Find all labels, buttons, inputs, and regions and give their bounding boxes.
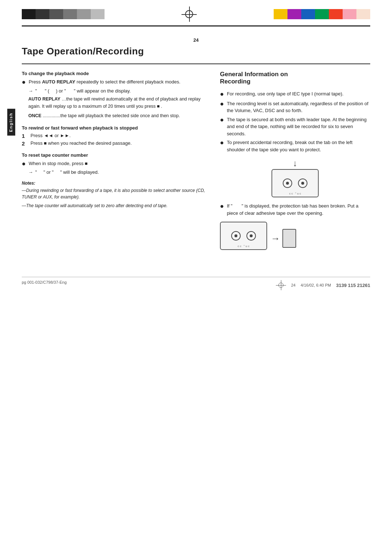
right-heading: General Information on Recording (220, 71, 370, 85)
arrow-display-text: " " ( ) or " " will appear on the displa… (35, 88, 131, 94)
bullet-stop-mode: ● When in stop mode, press ■ (22, 160, 205, 168)
once-mode-label: ONCE (28, 113, 41, 118)
section-heading-reset: To reset tape counter number (22, 152, 205, 158)
right-bullet-dot-2: ● (220, 100, 224, 108)
step-2: 2 Press ■ when you reached the desired p… (22, 140, 205, 147)
page-number-top: 24 (22, 37, 370, 43)
down-arrow: ↓ (293, 158, 297, 168)
title-divider (22, 63, 370, 64)
color-block-light-pink (356, 9, 370, 19)
section-heading-rewind: To rewind or fast forward when playback … (22, 125, 205, 131)
right-bullet-text-3: The tape is secured at both ends with le… (227, 116, 370, 138)
right-column: General Information on Recording ● For r… (220, 71, 370, 255)
footer-right-num: 3139 115 21261 (336, 283, 370, 288)
arrow-display-item: → " " ( ) or " " will appear on the disp… (28, 88, 205, 94)
bottom-rule (22, 277, 370, 277)
label2-cc: c c (238, 245, 241, 248)
page-title: Tape Operation/Recording (22, 46, 370, 57)
right-bullet-5: ● If " " is displayed, the protection ta… (220, 202, 370, 217)
bullet-dot-stop: ● (22, 160, 26, 168)
auto-replay-mode-block: AUTO REPLAY …the tape will rewind automa… (28, 95, 205, 110)
note-1: —During rewinding or fast forwarding of … (22, 187, 205, 200)
cassette-diagram-1: ↓ (220, 158, 370, 197)
crosshair-area (119, 7, 259, 22)
bullet-text-stop: When in stop mode, press ■ (29, 160, 205, 167)
cassette-box-1: c c ° u c (271, 169, 319, 197)
reel-left-hub (286, 182, 289, 185)
bullet-auto-replay: ● Press AUTO REPLAY repeatedly to select… (22, 78, 205, 86)
cassette-arrow-wrapper: ↓ (271, 158, 319, 197)
english-tab: English (7, 109, 15, 136)
right-bullet-text-2: The recording level is set automatically… (227, 100, 370, 114)
crosshair-circle (185, 10, 193, 18)
right-bullet-dot-4: ● (220, 139, 224, 147)
left-column: To change the playback mode ● Press AUTO… (22, 71, 205, 255)
cassette-reels-1 (283, 178, 307, 188)
footer-crosshair (276, 280, 286, 290)
crosshair (181, 7, 197, 22)
footer-left: pg 001-032/C798/37-Eng (22, 280, 67, 290)
cassette2-bottom-label: c c ° u c (238, 245, 249, 248)
reel-right-hub (301, 182, 304, 185)
reel-right (298, 178, 307, 188)
section-reset-counter: To reset tape counter number ● When in s… (22, 152, 205, 175)
footer-date: 4/16/02, 6:40 PM (301, 283, 331, 287)
reel2-right-hub (250, 234, 253, 237)
step-num-2: 2 (22, 140, 28, 147)
reel2-left-hub (234, 234, 237, 237)
color-block-5 (77, 9, 91, 19)
arrow-counter-text: " " or " " will be displayed. (35, 169, 99, 175)
notes-section: Notes: —During rewinding or fast forward… (22, 181, 205, 209)
color-block-yellow (274, 9, 287, 19)
right-bullet-text-1: For recording, use only tape of IEC type… (227, 90, 370, 98)
right-bullet-4: ● To prevent accidental recording, break… (220, 139, 370, 153)
note-2: —The tape counter will automatically set… (22, 202, 205, 209)
step-1: 1 Press ◄◄ or ►►. (22, 133, 205, 139)
page-content: 24 Tape Operation/Recording To change th… (0, 26, 392, 308)
cassette-diagram-2: c c ° u c → (220, 222, 370, 250)
reel-left (283, 178, 292, 188)
cassette-side-wrapper: → (271, 229, 296, 248)
footer: pg 001-032/C798/37-Eng 24 4/16/02, 6:40 … (22, 280, 370, 294)
arrow-symbol-1: → (28, 88, 33, 94)
two-column-layout: To change the playback mode ● Press AUTO… (22, 71, 370, 255)
auto-replay-label: AUTO REPLAY (42, 79, 75, 85)
auto-replay-mode-label: AUTO REPLAY (28, 97, 60, 102)
step-text-2: Press ■ when you reached the desired pas… (30, 140, 132, 146)
reel2-right (246, 231, 256, 241)
right-bullet-dot-1: ● (220, 90, 224, 98)
notes-title: Notes: (22, 181, 205, 186)
right-bullet-3: ● The tape is secured at both ends with … (220, 116, 370, 138)
once-mode-text: ..............the tape will playback the… (43, 113, 180, 118)
color-block-pink (343, 9, 356, 19)
footer-crosshair-circle (278, 283, 283, 288)
arrow-symbol-2: → (28, 169, 33, 175)
color-block-2 (36, 9, 49, 19)
arrow-counter-item: → " " or " " will be displayed. (28, 169, 205, 175)
general-info-heading: General Information on Recording (220, 71, 370, 85)
bullet-dot-1: ● (22, 78, 26, 86)
label2-uc: ° u c (244, 245, 249, 248)
color-block-blue (301, 9, 315, 19)
once-mode-block: ONCE ..............the tape will playbac… (28, 112, 205, 119)
color-block-green (315, 9, 329, 19)
color-block-6 (91, 9, 105, 19)
right-bullet-dot-3: ● (220, 116, 224, 124)
right-heading-line2: Recording (220, 78, 250, 85)
color-block-1 (22, 9, 36, 19)
right-bullet-text-5: If " " is displayed, the protection tab … (227, 202, 370, 217)
section-rewind: To rewind or fast forward when playback … (22, 125, 205, 147)
section-heading-playback: To change the playback mode (22, 71, 205, 76)
footer-center-num: 24 (291, 283, 295, 287)
footer-right-group: 24 4/16/02, 6:40 PM 3139 115 21261 (276, 280, 370, 290)
section-playback-mode: To change the playback mode ● Press AUTO… (22, 71, 205, 119)
color-block-red (329, 9, 343, 19)
cassette-box-2: c c ° u c (220, 222, 267, 250)
right-bullet-1: ● For recording, use only tape of IEC ty… (220, 90, 370, 98)
label-uc: ° u c (295, 192, 301, 195)
cassette-reels-2 (231, 231, 256, 241)
label-cc: c c (289, 192, 293, 195)
top-color-bar (0, 0, 392, 25)
right-bullet-text-4: To prevent accidental recording, break o… (227, 139, 370, 153)
color-block-3 (49, 9, 63, 19)
